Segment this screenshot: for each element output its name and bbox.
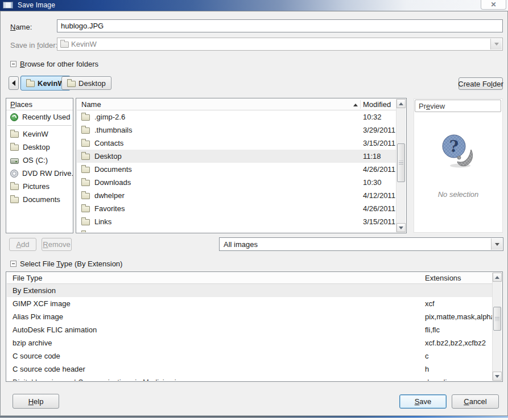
file-list-header[interactable]: Name Modified [77, 99, 396, 110]
folder-icon [81, 127, 90, 134]
scroll-up-button[interactable] [493, 273, 502, 282]
save-in-folder-label: Save in folder: [10, 41, 57, 50]
column-header-name[interactable]: Name [81, 100, 101, 109]
file-type-expander-label: Select File Type (By Extension) [20, 260, 122, 268]
arrow-up-icon [399, 102, 403, 105]
preview-pane: Preview ? [414, 98, 503, 233]
file-list-pane: Name Modified .gimp-2.6 10:32 .thumbnail… [76, 98, 407, 233]
file-type-row[interactable]: Digital Imaging and Communications in Me… [7, 376, 492, 381]
file-type-row[interactable]: AutoDesk FLIC animation fli,flc [7, 323, 492, 336]
close-button[interactable]: ✕ [481, 0, 506, 10]
scroll-up-button[interactable] [397, 99, 406, 108]
column-header-extensions[interactable]: Extensions [425, 274, 461, 282]
window-bottom-margin [0, 418, 508, 420]
save-in-folder-value: KevinW [71, 40, 97, 48]
folder-icon [10, 184, 19, 190]
file-row[interactable]: Music Thursday [77, 228, 396, 232]
folder-icon [81, 180, 90, 186]
file-list-scrollbar[interactable] [396, 99, 406, 232]
file-row[interactable]: .thumbnails 3/29/2011 [77, 123, 396, 137]
column-header-file-type[interactable]: File Type [13, 274, 43, 282]
file-row[interactable]: .gimp-2.6 10:32 [77, 110, 396, 123]
file-type-row[interactable]: C source code header h [7, 363, 492, 376]
folder-icon [81, 193, 90, 199]
folder-icon [60, 42, 69, 48]
file-type-row[interactable]: GIMP XCF image xcf [7, 297, 492, 310]
add-button[interactable]: Add [9, 238, 36, 251]
title-bar[interactable]: Save Image ✕ [0, 0, 508, 11]
file-type-row[interactable]: Alias Pix image pix,matte,mask,alpha,als [7, 310, 492, 323]
file-type-rows: By Extension GIMP XCF image xcf Alias Pi… [7, 284, 492, 381]
cancel-button[interactable]: Cancel [452, 394, 499, 409]
file-row[interactable]: Downloads 10:30 [77, 176, 396, 189]
folder-icon [26, 81, 35, 87]
sort-ascending-icon [353, 104, 358, 106]
places-separator [6, 123, 73, 127]
file-row-selected[interactable]: Desktop 11:18 [77, 150, 396, 163]
folder-icon [10, 197, 19, 203]
places-item-desktop[interactable]: Desktop [6, 141, 73, 154]
column-header-modified[interactable]: Modified [363, 100, 391, 109]
browse-folders-expander[interactable]: Browse for other folders [10, 60, 98, 68]
browse-folders-label: Browse for other folders [20, 60, 98, 68]
filter-selected-value: All images [224, 240, 258, 249]
remove-button[interactable]: Remove [42, 238, 72, 251]
path-button-desktop[interactable]: Desktop [61, 76, 111, 90]
places-item-recently-used[interactable]: Recently Used [6, 110, 73, 123]
places-item-pictures[interactable]: Pictures [6, 180, 73, 193]
folder-icon [67, 81, 76, 87]
folder-icon [10, 145, 19, 151]
combo-dropdown-button[interactable] [491, 238, 502, 250]
collapse-icon [10, 61, 16, 67]
help-button[interactable]: Help [13, 394, 59, 409]
folder-icon [81, 154, 90, 160]
file-row[interactable]: Favorites 4/26/2011 [77, 202, 396, 215]
places-item-dvd-drive[interactable]: DVD RW Drive... [6, 167, 73, 180]
path-back-button[interactable] [9, 76, 19, 90]
arrow-down-icon [399, 227, 403, 229]
places-item-kevinw[interactable]: KevinW [6, 127, 73, 141]
file-type-row-selected[interactable]: By Extension [7, 284, 492, 297]
scrollbar-thumb[interactable] [493, 307, 501, 331]
arrow-left-icon [12, 80, 15, 86]
places-item-documents[interactable]: Documents [6, 193, 73, 206]
folder-icon [81, 114, 90, 121]
filename-input[interactable] [57, 19, 503, 32]
file-row[interactable]: Links 3/15/2011 [77, 215, 396, 228]
chevron-down-icon [495, 243, 499, 246]
scroll-down-button[interactable] [397, 223, 406, 232]
window-title: Save Image [18, 1, 55, 9]
disc-icon [10, 170, 18, 178]
no-selection-text: No selection [414, 190, 502, 199]
cancel-label: Cancel [464, 397, 486, 406]
scroll-down-button[interactable] [493, 372, 502, 381]
combo-dropdown-button[interactable] [490, 39, 502, 50]
folder-icon [81, 206, 90, 212]
no-preview-wilber-icon: ? [439, 133, 478, 170]
add-label: Add [16, 240, 29, 249]
file-row[interactable]: Documents 4/26/2011 [77, 163, 396, 176]
help-label: Help [28, 397, 44, 406]
file-type-row[interactable]: bzip archive xcf.bz2,bz2,xcfbz2 [7, 336, 492, 349]
file-type-scrollbar[interactable] [492, 273, 502, 381]
app-image-icon [3, 2, 13, 9]
save-in-folder-combo[interactable]: KevinW [57, 38, 503, 51]
image-filter-combo[interactable]: All images [219, 237, 503, 251]
folder-icon [81, 167, 90, 173]
places-item-os-c[interactable]: OS (C:) [6, 154, 73, 167]
file-type-table-header[interactable]: File Type Extensions [7, 273, 492, 284]
file-type-expander[interactable]: Select File Type (By Extension) [10, 260, 122, 268]
arrow-up-icon [495, 276, 499, 279]
save-button[interactable]: Save [399, 394, 447, 409]
file-type-row[interactable]: C source code c [7, 349, 492, 363]
file-type-table: File Type Extensions By Extension GIMP X… [6, 271, 503, 382]
file-list-rows: .gimp-2.6 10:32 .thumbnails 3/29/2011 Co… [77, 110, 396, 232]
collapse-icon [10, 261, 16, 267]
drive-icon [10, 158, 19, 164]
create-folder-button[interactable]: Create Folder [459, 77, 503, 90]
scrollbar-thumb[interactable] [397, 143, 405, 182]
file-row[interactable]: Contacts 3/15/2011 [77, 137, 396, 150]
places-pane: Places Recently Used KevinW Desktop OS (… [6, 98, 73, 233]
file-row[interactable]: dwhelper 4/12/2011 [77, 189, 396, 202]
svg-text:?: ? [449, 137, 458, 156]
